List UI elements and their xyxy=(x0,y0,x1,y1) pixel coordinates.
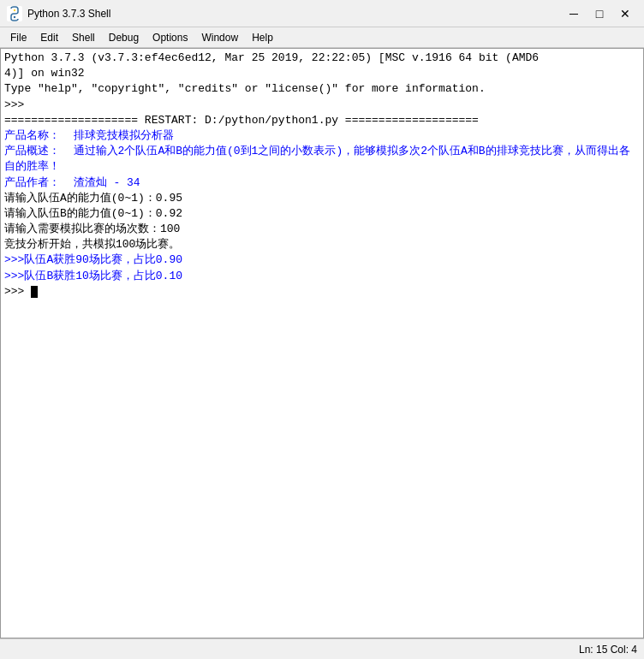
svg-point-2 xyxy=(14,15,15,17)
shell-line: 竞技分析开始，共模拟100场比赛。 xyxy=(4,237,640,252)
shell-line: 产品概述： 通过输入2个队伍A和B的能力值(0到1之间的小数表示)，能够模拟多次… xyxy=(4,144,640,175)
menu-item-file[interactable]: File xyxy=(3,30,33,45)
shell-line: Python 3.7.3 (v3.7.3:ef4ec6ed12, Mar 25 … xyxy=(4,50,640,66)
menu-item-shell[interactable]: Shell xyxy=(65,30,102,45)
shell-content[interactable]: Python 3.7.3 (v3.7.3:ef4ec6ed12, Mar 25 … xyxy=(0,48,644,638)
svg-point-1 xyxy=(14,9,15,10)
shell-line: 请输入需要模拟比赛的场次数：100 xyxy=(4,222,640,237)
menu-item-debug[interactable]: Debug xyxy=(102,30,146,45)
close-button[interactable]: ✕ xyxy=(613,3,637,24)
status-text: Ln: 15 Col: 4 xyxy=(579,644,637,656)
menu-item-edit[interactable]: Edit xyxy=(33,30,65,45)
shell-line: Type "help", "copyright", "credits" or "… xyxy=(4,81,640,97)
shell-line: 4)] on win32 xyxy=(4,66,640,81)
shell-line: ==================== RESTART: D:/python/… xyxy=(4,113,640,128)
shell-line: >>> xyxy=(4,284,640,300)
shell-line: 请输入队伍A的能力值(0~1)：0.95 xyxy=(4,191,640,206)
shell-line: 产品作者： 渣渣灿 - 34 xyxy=(4,175,640,191)
shell-line: >>>队伍B获胜10场比赛，占比0.10 xyxy=(4,269,640,284)
title-bar: Python 3.7.3 Shell ─ □ ✕ xyxy=(0,0,644,27)
shell-line: 产品名称： 排球竞技模拟分析器 xyxy=(4,128,640,144)
menu-item-options[interactable]: Options xyxy=(146,30,194,45)
cursor xyxy=(31,286,38,298)
app-icon xyxy=(7,6,22,21)
shell-line: >>>队伍A获胜90场比赛，占比0.90 xyxy=(4,252,640,268)
menu-item-window[interactable]: Window xyxy=(194,30,245,45)
menu-bar: FileEditShellDebugOptionsWindowHelp xyxy=(0,27,644,48)
maximize-button[interactable]: □ xyxy=(587,3,611,24)
shell-line: 请输入队伍B的能力值(0~1)：0.92 xyxy=(4,206,640,222)
window-controls: ─ □ ✕ xyxy=(562,3,637,24)
menu-item-help[interactable]: Help xyxy=(245,30,280,45)
minimize-button[interactable]: ─ xyxy=(562,3,586,24)
window-title: Python 3.7.3 Shell xyxy=(27,8,562,20)
status-bar: Ln: 15 Col: 4 xyxy=(0,638,644,659)
shell-line: >>> xyxy=(4,98,640,113)
